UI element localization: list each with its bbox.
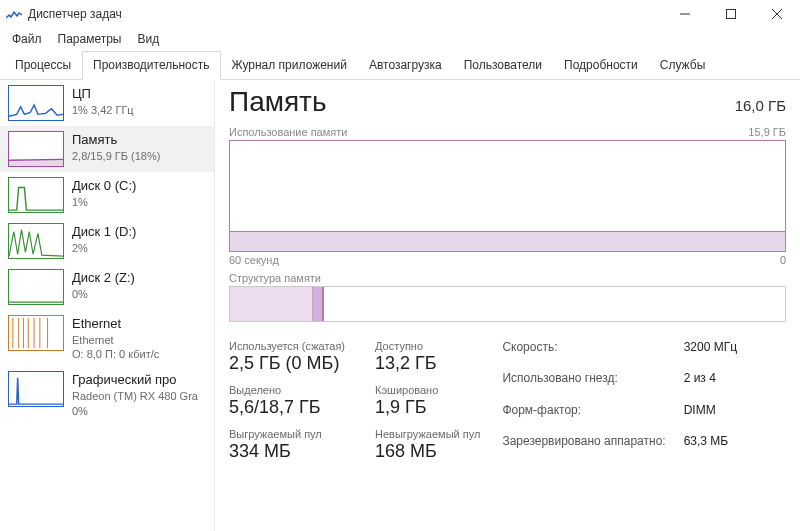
tab-app-history[interactable]: Журнал приложений [221, 51, 358, 79]
sidebar-item-sub: 2,8/15,9 ГБ (18%) [72, 149, 160, 163]
sidebar-item-disk2[interactable]: Диск 2 (Z:) 0% [0, 264, 214, 310]
tab-processes[interactable]: Процессы [4, 51, 82, 79]
menu-view[interactable]: Вид [129, 30, 167, 48]
sidebar-item-ethernet[interactable]: Ethernet Ethernet О: 8,0 П: 0 кбит/c [0, 310, 214, 366]
axis-right: 0 [780, 254, 786, 266]
stat-hw-value: 63,3 МБ [684, 434, 737, 462]
sidebar-item-sub2: 0% [72, 404, 198, 418]
memory-composition-chart [229, 286, 786, 322]
stat-nonpaged-label: Невыгружаемый пул [375, 428, 480, 440]
window-title: Диспетчер задач [28, 7, 122, 21]
memory-stats-right: Скорость: 3200 МГц Использовано гнезд: 2… [502, 340, 737, 462]
sidebar-item-sub: 1% 3,42 ГГц [72, 103, 134, 117]
tab-performance[interactable]: Производительность [82, 51, 220, 80]
stat-slots-label: Использовано гнезд: [502, 371, 665, 399]
axis-left: 60 секунд [229, 254, 279, 266]
stat-commit-label: Выделено [229, 384, 345, 396]
memory-stats-left: Используется (сжатая) 2,5 ГБ (0 МБ) Дост… [229, 340, 480, 462]
sidebar-item-cpu[interactable]: ЦП 1% 3,42 ГГц [0, 80, 214, 126]
tab-services[interactable]: Службы [649, 51, 716, 79]
close-button[interactable] [754, 0, 800, 28]
sidebar-item-gpu[interactable]: Графический про Radeon (TM) RX 480 Gra 0… [0, 366, 214, 422]
tab-users[interactable]: Пользователи [453, 51, 553, 79]
performance-sidebar: ЦП 1% 3,42 ГГц Память 2,8/15,9 ГБ (18%) … [0, 80, 215, 531]
detail-total: 16,0 ГБ [735, 97, 786, 114]
sidebar-item-sub: Ethernet [72, 333, 159, 347]
stat-form-label: Форм-фактор: [502, 403, 665, 431]
stat-avail-value: 13,2 ГБ [375, 353, 480, 374]
sidebar-item-sub: 1% [72, 195, 136, 209]
stat-cached-value: 1,9 ГБ [375, 397, 480, 418]
svg-rect-1 [727, 10, 736, 19]
stat-form-value: DIMM [684, 403, 737, 431]
stat-speed-value: 3200 МГц [684, 340, 737, 368]
sidebar-item-label: Диск 2 (Z:) [72, 270, 135, 287]
stat-hw-label: Зарезервировано аппаратно: [502, 434, 665, 462]
stat-used-value: 2,5 ГБ (0 МБ) [229, 353, 345, 374]
stat-paged-label: Выгружаемый пул [229, 428, 345, 440]
sidebar-item-label: Диск 0 (C:) [72, 178, 136, 195]
disk-thumbnail-icon [8, 177, 64, 213]
sidebar-item-sub: 0% [72, 287, 135, 301]
sidebar-item-label: Память [72, 132, 160, 149]
detail-title: Память [229, 86, 327, 118]
stat-avail-label: Доступно [375, 340, 480, 352]
stat-nonpaged-value: 168 МБ [375, 441, 480, 462]
stat-paged-value: 334 МБ [229, 441, 345, 462]
menu-bar: Файл Параметры Вид [0, 28, 800, 50]
maximize-button[interactable] [708, 0, 754, 28]
memory-usage-chart [229, 140, 786, 252]
sidebar-item-sub: Radeon (TM) RX 480 Gra [72, 389, 198, 403]
sidebar-item-label: Ethernet [72, 316, 159, 333]
sidebar-item-disk1[interactable]: Диск 1 (D:) 2% [0, 218, 214, 264]
tab-startup[interactable]: Автозагрузка [358, 51, 453, 79]
sidebar-item-disk0[interactable]: Диск 0 (C:) 1% [0, 172, 214, 218]
tab-details[interactable]: Подробности [553, 51, 649, 79]
stat-speed-label: Скорость: [502, 340, 665, 368]
usage-chart-label: Использование памяти [229, 126, 347, 138]
sidebar-item-sub2: О: 8,0 П: 0 кбит/c [72, 347, 159, 361]
stat-slots-value: 2 из 4 [684, 371, 737, 399]
stat-cached-label: Кэшировано [375, 384, 480, 396]
ethernet-thumbnail-icon [8, 315, 64, 351]
memory-thumbnail-icon [8, 131, 64, 167]
stat-used-label: Используется (сжатая) [229, 340, 345, 352]
stat-commit-value: 5,6/18,7 ГБ [229, 397, 345, 418]
minimize-button[interactable] [662, 0, 708, 28]
memory-composition-label: Структура памяти [229, 272, 786, 284]
sidebar-item-sub: 2% [72, 241, 136, 255]
tab-bar: Процессы Производительность Журнал прило… [0, 50, 800, 80]
disk-thumbnail-icon [8, 223, 64, 259]
disk-thumbnail-icon [8, 269, 64, 305]
performance-detail-memory: Память 16,0 ГБ Использование памяти 15,9… [215, 80, 800, 531]
menu-file[interactable]: Файл [4, 30, 50, 48]
sidebar-item-label: ЦП [72, 86, 134, 103]
menu-options[interactable]: Параметры [50, 30, 130, 48]
sidebar-item-label: Графический про [72, 372, 198, 389]
sidebar-item-label: Диск 1 (D:) [72, 224, 136, 241]
gpu-thumbnail-icon [8, 371, 64, 407]
cpu-thumbnail-icon [8, 85, 64, 121]
title-bar: Диспетчер задач [0, 0, 800, 28]
usage-chart-max: 15,9 ГБ [748, 126, 786, 138]
sidebar-item-memory[interactable]: Память 2,8/15,9 ГБ (18%) [0, 126, 214, 172]
app-icon [6, 6, 22, 22]
